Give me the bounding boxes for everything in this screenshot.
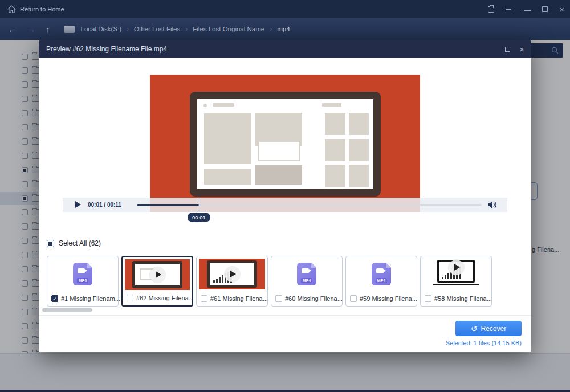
thumbnail-image	[199, 259, 265, 289]
mp4-file-icon: MP4	[297, 263, 316, 285]
video-camera-glyph	[376, 268, 384, 273]
select-all-checkbox[interactable]	[47, 240, 54, 247]
video-preview-area	[63, 60, 507, 212]
minimize-icon[interactable]	[524, 10, 531, 11]
video-content-tablet	[190, 92, 381, 197]
app-window: g Filena... ✓ Scan completed Found: 3046…	[0, 0, 570, 392]
return-to-home-button[interactable]: Return to Home	[7, 5, 64, 13]
breadcrumb-other-lost-files[interactable]: Other Lost Files	[134, 26, 180, 32]
thumbnail-image	[125, 259, 190, 290]
home-icon	[7, 5, 16, 13]
video-camera-glyph	[78, 268, 85, 273]
seek-bar[interactable]	[137, 204, 482, 206]
thumbnail-card[interactable]: #61 Missing Filena...	[196, 256, 268, 307]
maximize-icon[interactable]	[542, 6, 548, 12]
preview-modal: Preview #62 Missing Filename File.mp4 ×	[39, 40, 531, 352]
seek-tooltip: 00:01	[188, 213, 210, 222]
modal-title: Preview #62 Missing Filename File.mp4	[46, 45, 167, 53]
thumbnail-filename: #61 Missing Filena...	[210, 295, 268, 302]
thumbnail-checkbox[interactable]	[127, 295, 133, 301]
feedback-icon[interactable]	[488, 6, 494, 13]
modal-selected-summary: Selected: 1 files (14.15 KB)	[446, 340, 522, 346]
recover-button-modal[interactable]: ↺ Recover	[455, 321, 522, 336]
breadcrumb-separator: ›	[185, 25, 188, 33]
breadcrumb: Local Disk(S:) › Other Lost Files › File…	[81, 25, 290, 33]
play-overlay-icon	[449, 260, 464, 275]
volume-icon[interactable]	[487, 201, 497, 211]
video-frame[interactable]	[150, 75, 420, 212]
thumbnail-image: MP4	[50, 259, 116, 289]
thumbnail-filename: #60 Missing Filena...	[285, 295, 343, 302]
modal-close-icon[interactable]: ×	[519, 45, 524, 54]
thumbnail-card[interactable]: MP4#59 Missing Filena...	[345, 256, 417, 307]
thumbnail-image: MP4	[274, 259, 340, 289]
search-icon[interactable]	[551, 47, 559, 54]
thumbnail-checkbox[interactable]	[201, 295, 207, 302]
scrub-line	[199, 194, 199, 213]
breadcrumb-separator: ›	[270, 25, 272, 33]
time-display: 00:01 / 00:11	[88, 202, 121, 208]
breadcrumb-files-lost-original-name[interactable]: Files Lost Original Name	[193, 26, 264, 32]
thumbnail-image	[423, 259, 489, 289]
thumbnail-card[interactable]: MP4✓#1 Missing Filenam...	[47, 256, 119, 307]
mp4-file-icon: MP4	[372, 263, 391, 285]
play-overlay-icon	[225, 267, 240, 282]
thumbnail-checkbox[interactable]	[275, 295, 282, 302]
seek-bar-fill	[137, 204, 199, 206]
thumbnail-scrollbar[interactable]	[42, 308, 92, 312]
thumbnail-card[interactable]: #62 Missing Filena...	[121, 256, 193, 307]
play-button[interactable]	[75, 201, 81, 208]
modal-title-bar: Preview #62 Missing Filename File.mp4 ×	[39, 40, 531, 58]
up-icon[interactable]: ↑	[46, 24, 50, 34]
back-icon[interactable]: ←	[8, 24, 17, 34]
video-camera-glyph	[302, 268, 309, 273]
thumbnail-filename: #58 Missing Filena...	[434, 295, 492, 302]
thumbnail-checkbox[interactable]	[425, 295, 431, 302]
play-overlay-icon	[150, 267, 165, 283]
thumbnail-card[interactable]: MP4#60 Missing Filena...	[271, 256, 343, 307]
thumbnail-checkbox[interactable]	[350, 295, 357, 302]
recover-icon: ↺	[471, 325, 478, 333]
breadcrumb-mp4[interactable]: mp4	[277, 26, 290, 32]
breadcrumb-disk[interactable]: Local Disk(S:)	[81, 26, 122, 32]
forward-icon[interactable]: →	[27, 24, 35, 34]
thumbnail-card[interactable]: #58 Missing Filena...	[420, 256, 492, 307]
breadcrumb-separator: ›	[127, 25, 129, 33]
close-icon[interactable]: ×	[559, 5, 564, 14]
title-bar: Return to Home ×	[0, 0, 570, 18]
thumbnail-filename: #62 Missing Filena...	[136, 295, 194, 301]
navigation-bar: ← → ↑ Local Disk(S:) › Other Lost Files …	[0, 18, 570, 40]
select-all-row: Select All (62)	[47, 239, 101, 247]
laptop-thumbnail	[430, 260, 482, 288]
thumbnail-image: MP4	[348, 259, 414, 289]
thumbnail-filename: #59 Missing Filena...	[360, 295, 417, 302]
modal-maximize-icon[interactable]	[505, 47, 510, 52]
app-menu-icon[interactable]	[506, 7, 512, 12]
select-all-label: Select All (62)	[59, 239, 101, 247]
footer-divider	[39, 315, 531, 316]
disk-icon	[64, 26, 75, 33]
player-bar: 00:01 / 00:11 00:01	[63, 198, 507, 212]
mp4-file-icon: MP4	[73, 263, 92, 285]
thumbnail-checkbox[interactable]: ✓	[51, 295, 58, 302]
thumbnail-strip: MP4✓#1 Missing Filenam...#62 Missing Fil…	[47, 256, 492, 307]
thumbnail-filename: #1 Missing Filenam...	[61, 295, 120, 302]
